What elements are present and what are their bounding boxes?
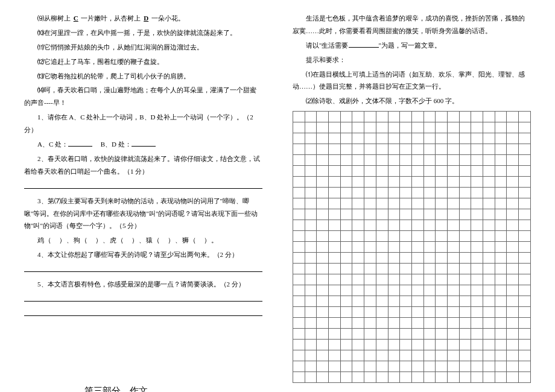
grid-cell[interactable] (436, 198, 448, 209)
grid-cell[interactable] (423, 296, 436, 307)
grid-cell[interactable] (352, 274, 364, 285)
grid-cell[interactable] (388, 285, 400, 296)
grid-cell[interactable] (388, 155, 400, 166)
grid-cell[interactable] (436, 242, 448, 253)
grid-cell[interactable] (329, 133, 341, 144)
answer-line-q4[interactable] (24, 264, 262, 272)
grid-cell[interactable] (495, 122, 507, 133)
grid-cell[interactable] (447, 242, 459, 253)
grid-cell[interactable] (317, 350, 329, 361)
grid-cell[interactable] (317, 307, 329, 318)
grid-cell[interactable] (293, 242, 305, 253)
grid-cell[interactable] (352, 253, 364, 264)
grid-cell[interactable] (495, 318, 507, 329)
grid-cell[interactable] (329, 318, 341, 329)
grid-cell[interactable] (305, 318, 317, 329)
grid-cell[interactable] (317, 285, 329, 296)
grid-cell[interactable] (483, 242, 495, 253)
grid-cell[interactable] (459, 307, 471, 318)
grid-cell[interactable] (507, 318, 519, 329)
grid-cell[interactable] (459, 133, 471, 144)
grid-cell[interactable] (352, 188, 364, 198)
grid-cell[interactable] (436, 166, 448, 177)
grid-cell[interactable] (519, 112, 531, 122)
grid-cell[interactable] (305, 231, 317, 242)
grid-cell[interactable] (436, 264, 448, 274)
grid-cell[interactable] (388, 372, 400, 383)
grid-cell[interactable] (400, 242, 412, 253)
grid-cell[interactable] (495, 372, 507, 383)
question-3-list[interactable]: 鸡（ ）、狗（ ）、虎（ ）、猿（ ）、狮（ ）。 (24, 234, 262, 247)
grid-cell[interactable] (376, 220, 388, 231)
grid-cell[interactable] (329, 296, 341, 307)
grid-cell[interactable] (411, 188, 423, 198)
grid-cell[interactable] (388, 144, 400, 155)
grid-cell[interactable] (400, 329, 412, 340)
grid-cell[interactable] (305, 307, 317, 318)
grid-cell[interactable] (519, 242, 531, 253)
grid-cell[interactable] (471, 155, 483, 166)
grid-cell[interactable] (352, 307, 364, 318)
grid-cell[interactable] (507, 177, 519, 188)
grid-cell[interactable] (507, 242, 519, 253)
grid-cell[interactable] (507, 285, 519, 296)
grid-cell[interactable] (388, 264, 400, 274)
grid-cell[interactable] (293, 220, 305, 231)
grid-cell[interactable] (364, 329, 376, 340)
grid-cell[interactable] (507, 264, 519, 274)
grid-cell[interactable] (352, 133, 364, 144)
grid-cell[interactable] (495, 242, 507, 253)
grid-cell[interactable] (352, 340, 364, 350)
grid-cell[interactable] (352, 122, 364, 133)
grid-cell[interactable] (507, 166, 519, 177)
grid-cell[interactable] (471, 242, 483, 253)
grid-cell[interactable] (388, 296, 400, 307)
grid-cell[interactable] (459, 177, 471, 188)
grid-cell[interactable] (519, 361, 531, 372)
grid-cell[interactable] (507, 372, 519, 383)
grid-cell[interactable] (340, 231, 352, 242)
grid-cell[interactable] (376, 155, 388, 166)
grid-cell[interactable] (400, 372, 412, 383)
grid-cell[interactable] (459, 329, 471, 340)
grid-cell[interactable] (400, 296, 412, 307)
grid-cell[interactable] (519, 372, 531, 383)
grid-cell[interactable] (411, 209, 423, 220)
grid-cell[interactable] (459, 318, 471, 329)
grid-cell[interactable] (305, 188, 317, 198)
grid-cell[interactable] (411, 361, 423, 372)
grid-cell[interactable] (507, 220, 519, 231)
grid-cell[interactable] (519, 318, 531, 329)
grid-cell[interactable] (411, 198, 423, 209)
grid-cell[interactable] (305, 361, 317, 372)
grid-cell[interactable] (483, 112, 495, 122)
grid-cell[interactable] (329, 188, 341, 198)
grid-cell[interactable] (352, 166, 364, 177)
grid-cell[interactable] (423, 253, 436, 264)
grid-cell[interactable] (447, 329, 459, 340)
grid-cell[interactable] (447, 350, 459, 361)
grid-cell[interactable] (340, 274, 352, 285)
grid-cell[interactable] (483, 231, 495, 242)
grid-cell[interactable] (519, 253, 531, 264)
grid-cell[interactable] (329, 198, 341, 209)
grid-cell[interactable] (340, 264, 352, 274)
grid-cell[interactable] (495, 285, 507, 296)
grid-cell[interactable] (447, 274, 459, 285)
grid-cell[interactable] (495, 155, 507, 166)
grid-cell[interactable] (471, 253, 483, 264)
grid-cell[interactable] (388, 231, 400, 242)
grid-cell[interactable] (519, 329, 531, 340)
grid-cell[interactable] (483, 318, 495, 329)
grid-cell[interactable] (317, 242, 329, 253)
grid-cell[interactable] (471, 144, 483, 155)
grid-cell[interactable] (317, 155, 329, 166)
grid-cell[interactable] (329, 372, 341, 383)
grid-cell[interactable] (447, 144, 459, 155)
grid-cell[interactable] (483, 177, 495, 188)
grid-cell[interactable] (400, 264, 412, 274)
grid-cell[interactable] (423, 264, 436, 274)
grid-cell[interactable] (495, 198, 507, 209)
grid-cell[interactable] (471, 264, 483, 274)
grid-cell[interactable] (436, 285, 448, 296)
